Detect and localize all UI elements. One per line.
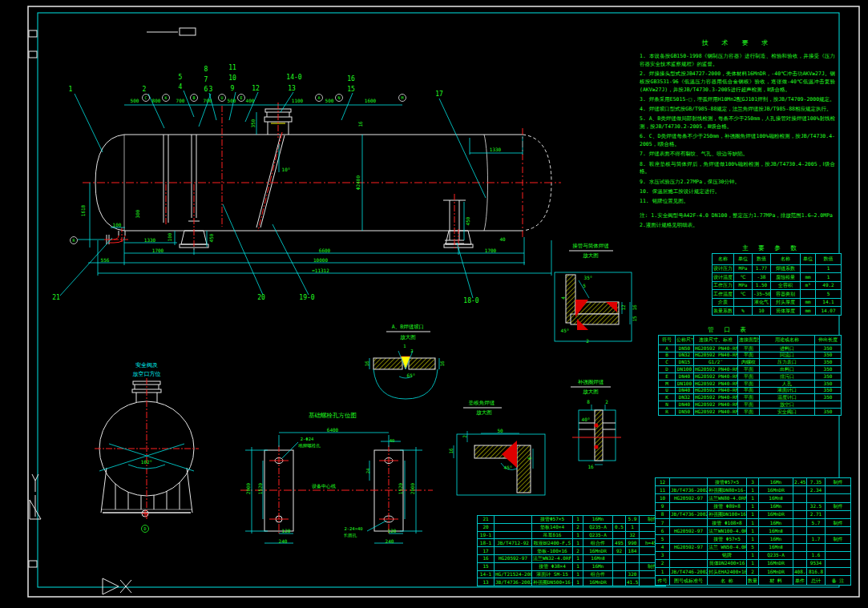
table-cell: 公称尺寸 bbox=[676, 336, 694, 345]
table-cell bbox=[826, 559, 851, 567]
table-row: 20垫板140×42Q235-A0.51 bbox=[478, 523, 666, 531]
table-cell: 名称 bbox=[713, 254, 734, 265]
table-cell bbox=[826, 527, 851, 535]
dim-label: 放大图 bbox=[476, 410, 492, 416]
dim-label: 1520 bbox=[258, 483, 263, 494]
technical-notes: 技 术 要 求 1. 本设备按GB150-1998《钢制压力容器》进行制造、检验… bbox=[640, 38, 835, 232]
table-cell: 材 料 bbox=[759, 576, 793, 586]
table-cell: 16MnDR bbox=[759, 510, 793, 518]
dim-label: 15 bbox=[632, 316, 637, 321]
table-cell: 件号 bbox=[656, 576, 670, 586]
table-cell: 1 bbox=[747, 535, 759, 543]
table-cell: 数值 bbox=[816, 254, 842, 265]
table-cell bbox=[793, 551, 807, 559]
table-cell: 350 bbox=[815, 372, 842, 380]
table-cell: 990 bbox=[626, 539, 640, 547]
saddle-plan-centerlines bbox=[240, 445, 433, 535]
table-cell: DN40 bbox=[676, 387, 694, 394]
table-cell: 筒体DN2400×16 bbox=[708, 559, 747, 567]
table-cell: 10 bbox=[656, 494, 670, 502]
table-cell: 制件 bbox=[826, 535, 851, 543]
dim-label: 8 bbox=[587, 400, 590, 405]
dim-label: 700 bbox=[176, 99, 185, 103]
dim-label: 放空口方位 bbox=[133, 372, 161, 377]
table-cell: 5 bbox=[656, 535, 670, 543]
table-cell: 9534 bbox=[807, 559, 826, 567]
table-cell bbox=[670, 518, 708, 526]
table-cell: 18-1 bbox=[478, 539, 495, 547]
note-line: 5. A、B类焊缝做局部射线检测，每条不少于250mm，人孔接管对接焊缝100%… bbox=[640, 115, 835, 131]
table-cell: 3 bbox=[656, 551, 670, 559]
table-row: 18-1JB/T4712-92鞍座BⅠ2400-F,S1组合件495990h=4… bbox=[478, 539, 666, 547]
table-cell: 焊缝系数 bbox=[771, 264, 801, 273]
table-cell: 1 bbox=[656, 568, 670, 576]
dimensions-elevation bbox=[60, 91, 551, 298]
table-cell: 1 bbox=[573, 516, 583, 524]
table-cell: 16Mn bbox=[583, 516, 613, 524]
balloon-4: 4 bbox=[179, 84, 183, 91]
table-cell: 接管 Φ38×4 bbox=[532, 562, 573, 570]
table-cell bbox=[793, 559, 807, 567]
table-cell: DN40 bbox=[676, 401, 694, 409]
table-cell: 接管Φ57×5 bbox=[532, 516, 573, 524]
table-row: 设计压力MPa1.77焊缝系数1 bbox=[713, 264, 842, 273]
bom-table-right: 12接管Φ57×5316Mn2.457.35制件11JB/T4736-2002补… bbox=[655, 477, 851, 586]
balloon-6: 6 bbox=[204, 87, 208, 93]
dim-label: Φ2400 bbox=[356, 175, 361, 190]
table-cell: 15 bbox=[478, 562, 495, 570]
table-row: MDN100HG20592 PN40-RF平面人孔350 bbox=[659, 380, 842, 387]
note-line: 9. 水压试验压力2.27MPa，保压30分钟。 bbox=[640, 179, 835, 187]
table-cell: 图号或标准号 bbox=[670, 576, 708, 586]
table-cell: 5.7 bbox=[807, 518, 826, 526]
table-cell bbox=[826, 568, 851, 576]
table-cell: 名称 bbox=[771, 254, 801, 265]
table-row: RDN50HG20592 PN40-RF平面安全阀口350 bbox=[659, 408, 842, 415]
table-cell: mm bbox=[801, 298, 816, 307]
table-cell: N bbox=[659, 401, 676, 409]
table-cell: 92 bbox=[613, 547, 626, 555]
params-table: 名称单位数值名称单位数值设计压力MPa1.77焊缝系数1设计温度℃-38腐蚀裕量… bbox=[712, 253, 842, 316]
table-cell: 350 bbox=[815, 394, 842, 401]
view-title: 垫板角焊缝 bbox=[469, 401, 495, 406]
nozzle-mark: E bbox=[240, 96, 242, 100]
table-cell: DN100 bbox=[676, 366, 694, 373]
nozzle-mark-circles bbox=[71, 95, 406, 533]
balloon-18: 18-0 bbox=[463, 298, 478, 304]
params-table-title: 主 要 参 数 bbox=[742, 244, 800, 252]
table-cell: 8 bbox=[656, 510, 670, 518]
table-cell: 320 bbox=[626, 570, 640, 578]
table-cell: 平面 bbox=[738, 352, 760, 359]
balloon-19: 19-0 bbox=[299, 295, 314, 301]
dim-label: 6 bbox=[527, 457, 532, 460]
table-row: 9接管 Φ89×8116Mn32.5制件 bbox=[656, 502, 851, 510]
table-cell: 816.8 bbox=[807, 568, 826, 576]
table-cell bbox=[613, 554, 626, 562]
table-cell: 1 bbox=[573, 562, 583, 570]
table-cell: E bbox=[659, 372, 676, 380]
nozzle-mark: D bbox=[143, 527, 146, 531]
view-title: 补强圈焊缝 bbox=[578, 380, 604, 385]
table-header-row: 名称单位数值名称单位数值 bbox=[713, 254, 842, 265]
dim-label: 2 bbox=[462, 435, 467, 438]
table-cell: 回流口 bbox=[760, 352, 815, 359]
table-cell: 11 bbox=[656, 486, 670, 494]
table-cell: 平面 bbox=[738, 372, 760, 380]
table-cell: 数值 bbox=[753, 254, 771, 265]
bom-table-left: 21接管Φ57×5116Mn5.9制件20垫板140×42Q235-A0.511… bbox=[477, 515, 666, 586]
table-cell: 铭牌 bbox=[708, 551, 747, 559]
table-cell: 16Mn bbox=[759, 478, 793, 486]
table-cell: Q235-A bbox=[583, 531, 613, 539]
table-row: 工作压力MPa1.50全容积m³49.2 bbox=[713, 281, 842, 290]
table-cell: 1.6 bbox=[807, 551, 826, 559]
nozzle-table-title: 管 口 表 bbox=[708, 326, 749, 334]
nozzle-mark: B bbox=[192, 96, 195, 100]
table-row: 8JB/T4736-2002补强圈DN100×16-D116MnDR2.71 bbox=[656, 510, 851, 518]
table-row: 设计温度℃-38腐蚀裕量mm1 bbox=[713, 273, 842, 282]
table-row: DDN100HG20592 PN40-RF平面出料口350 bbox=[659, 366, 842, 373]
dim-label: 2 bbox=[410, 349, 413, 354]
table-cell: 平面 bbox=[738, 408, 760, 415]
table-cell: 接管 Φ108×8 bbox=[708, 518, 747, 526]
dim-label: 5 bbox=[583, 284, 586, 288]
nozzle-mark: K bbox=[164, 96, 167, 100]
table-cell: Q235-A bbox=[759, 551, 793, 559]
